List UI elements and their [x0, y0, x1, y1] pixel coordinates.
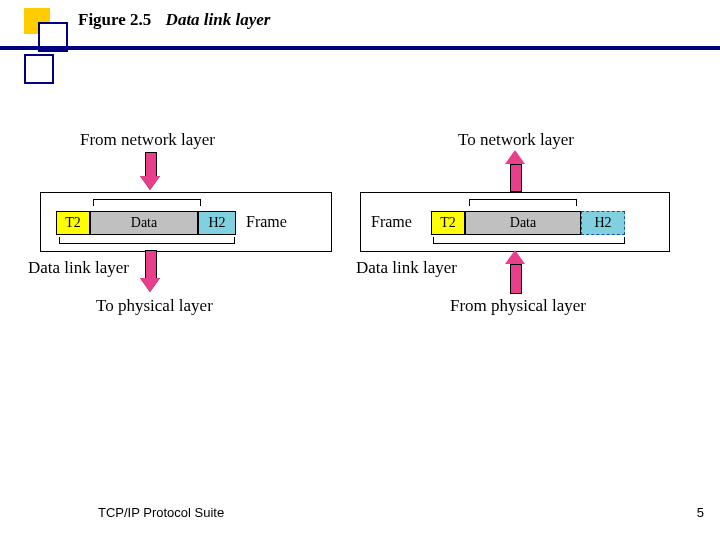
- left-frame-word: Frame: [246, 213, 287, 231]
- right-frame-word: Frame: [371, 213, 412, 231]
- right-bottom-label: From physical layer: [450, 296, 586, 316]
- footer-text: TCP/IP Protocol Suite: [98, 505, 224, 520]
- bracket-bottom-icon: [433, 237, 625, 244]
- right-seg-d: Data: [465, 211, 581, 235]
- bracket-bottom-icon: [59, 237, 235, 244]
- bracket-top-icon: [469, 199, 577, 206]
- left-top-label: From network layer: [80, 130, 215, 150]
- bracket-top-icon: [93, 199, 201, 206]
- arrow-up-icon: [505, 150, 525, 190]
- figure-heading: Figure 2.5 Data link layer: [78, 10, 270, 30]
- arrow-down-icon: [140, 250, 160, 292]
- header-rule: [0, 46, 720, 50]
- right-seg-h: H2: [581, 211, 625, 235]
- page-number: 5: [697, 505, 704, 520]
- right-top-label: To network layer: [458, 130, 574, 150]
- left-seg-h: H2: [198, 211, 236, 235]
- left-seg-d: Data: [90, 211, 198, 235]
- left-seg-t: T2: [56, 211, 90, 235]
- arrow-down-icon: [140, 152, 160, 190]
- left-frame-box: T2 Data H2 Frame: [40, 192, 332, 252]
- arrow-up-icon: [505, 250, 525, 292]
- figure-number: Figure 2.5: [78, 10, 151, 29]
- left-bottom-label: To physical layer: [96, 296, 213, 316]
- right-layer-label: Data link layer: [356, 258, 457, 278]
- figure-title: Data link layer: [166, 10, 271, 29]
- left-layer-label: Data link layer: [28, 258, 129, 278]
- right-frame-box: Frame T2 Data H2: [360, 192, 670, 252]
- right-seg-t: T2: [431, 211, 465, 235]
